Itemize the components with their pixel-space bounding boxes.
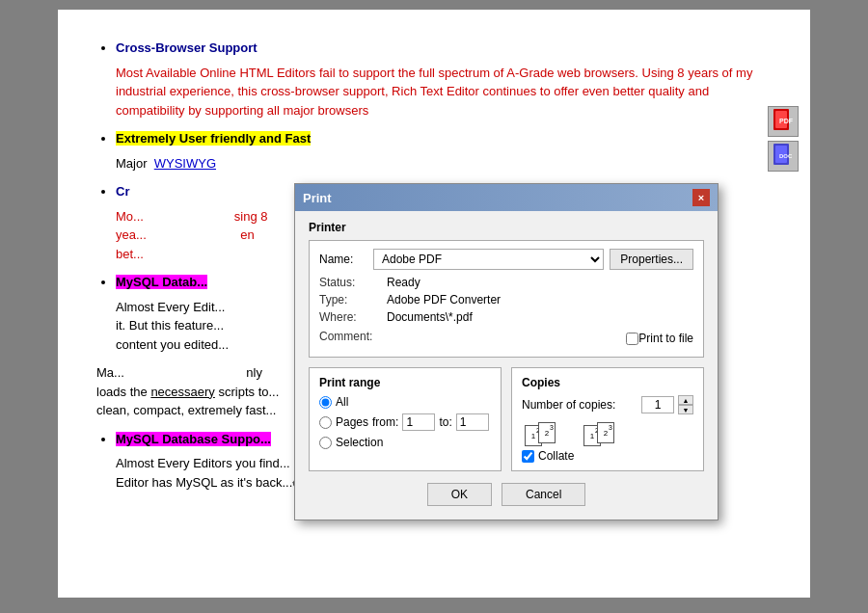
dialog-body: Printer Name: Adobe PDF Properties... St… xyxy=(295,211,718,520)
number-of-copies-label: Number of copies: xyxy=(522,398,637,412)
cancel-button[interactable]: Cancel xyxy=(502,483,585,506)
print-range-box: Print range All Pages from: to: xyxy=(309,367,502,471)
print-range-label: Print range xyxy=(319,376,491,389)
status-value: Ready xyxy=(387,276,420,289)
ok-button[interactable]: OK xyxy=(427,483,492,506)
status-row: Status: Ready xyxy=(319,276,693,289)
copies-spinner: ▲ ▼ xyxy=(678,395,693,414)
collate-icons-area: 12 23 12 2 xyxy=(522,422,693,443)
dialog-overlay: Print × Printer Name: Adobe PDF Properti… xyxy=(0,0,868,613)
printer-name-row: Name: Adobe PDF Properties... xyxy=(319,249,693,270)
type-value: Adobe PDF Converter xyxy=(387,293,501,306)
collate-icon-set1: 12 23 xyxy=(522,422,557,443)
name-label: Name: xyxy=(319,253,367,266)
all-radio-row: All xyxy=(319,395,491,409)
type-row: Type: Adobe PDF Converter xyxy=(319,293,693,306)
from-input[interactable] xyxy=(402,413,435,431)
comment-row: Comment: Print to file xyxy=(319,328,693,345)
lower-sections: Print range All Pages from: to: xyxy=(309,367,704,471)
pages-label: Pages xyxy=(336,415,368,429)
copies-input[interactable] xyxy=(641,396,674,413)
properties-button[interactable]: Properties... xyxy=(610,249,693,270)
copies-box: Copies Number of copies: ▲ ▼ xyxy=(511,367,704,471)
comment-label: Comment: xyxy=(319,330,387,343)
print-to-file-checkbox[interactable] xyxy=(626,333,638,345)
dialog-buttons: OK Cancel xyxy=(309,483,704,506)
collate-icon-set2: 12 23 xyxy=(581,422,616,443)
all-radio[interactable] xyxy=(319,396,332,409)
selection-radio-row: Selection xyxy=(319,436,491,449)
from-label: from: xyxy=(372,415,398,429)
selection-radio[interactable] xyxy=(319,437,332,449)
copies-down-button[interactable]: ▼ xyxy=(678,405,693,414)
collate-checkbox[interactable] xyxy=(522,450,534,463)
copies-up-button[interactable]: ▲ xyxy=(678,395,693,405)
print-to-file-label: Print to file xyxy=(638,332,693,345)
page-icon-4: 23 xyxy=(597,422,614,443)
where-row: Where: Documents\*.pdf xyxy=(319,310,693,324)
dialog-title: Print xyxy=(303,191,332,205)
pages-radio[interactable] xyxy=(319,416,332,429)
type-label: Type: xyxy=(319,293,387,306)
collate-checkbox-row: Collate xyxy=(522,449,693,463)
where-value: Documents\*.pdf xyxy=(387,310,473,324)
selection-label: Selection xyxy=(336,436,383,449)
status-label: Status: xyxy=(319,276,387,289)
print-to-file-row: Print to file xyxy=(626,332,693,345)
to-label: to: xyxy=(439,415,451,429)
printer-select[interactable]: Adobe PDF xyxy=(373,249,604,270)
where-label: Where: xyxy=(319,310,387,324)
copies-section-label: Copies xyxy=(522,376,693,389)
to-input[interactable] xyxy=(456,413,489,431)
pages-row: Pages from: to: xyxy=(319,413,491,431)
print-dialog: Print × Printer Name: Adobe PDF Properti… xyxy=(294,183,719,520)
dialog-titlebar: Print × xyxy=(295,184,718,211)
page-icon-2: 23 xyxy=(538,422,556,443)
printer-section: Name: Adobe PDF Properties... Status: Re… xyxy=(309,240,704,358)
dialog-close-button[interactable]: × xyxy=(692,189,710,206)
collate-label: Collate xyxy=(538,449,574,463)
printer-section-label: Printer xyxy=(309,221,704,234)
all-label: All xyxy=(336,395,348,409)
copies-row: Number of copies: ▲ ▼ xyxy=(522,395,693,414)
